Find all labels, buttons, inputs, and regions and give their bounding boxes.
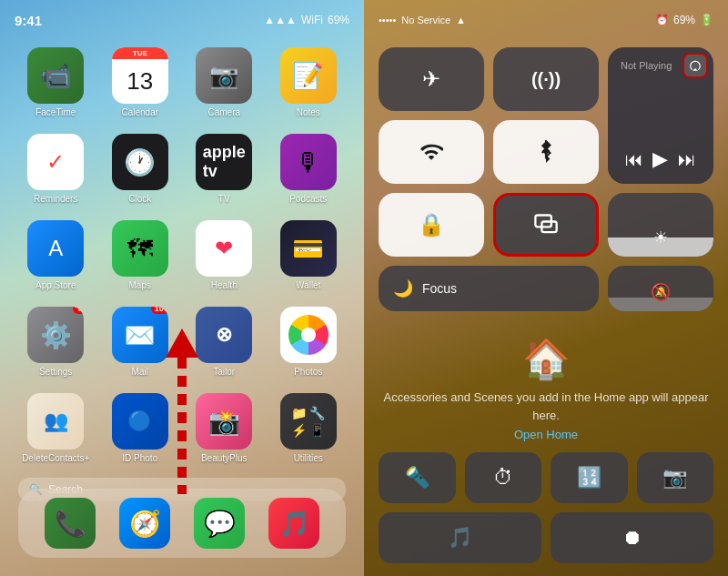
idphoto-label: ID Photo xyxy=(122,453,157,463)
mail-badge: 106 xyxy=(151,307,168,314)
wifi-icon: WiFi xyxy=(301,14,323,26)
status-bar-left: 9:41 ▲▲▲ WiFi 69% xyxy=(0,0,364,40)
open-home-link[interactable]: Open Home xyxy=(379,428,713,441)
screen-mirror-icon xyxy=(533,212,559,237)
camera-icon[interactable]: 📷 xyxy=(196,47,252,104)
airplay-button[interactable] xyxy=(682,53,708,78)
facetime-icon[interactable]: 📹 xyxy=(27,47,84,104)
app-deletecontacts[interactable]: 👥 DeleteContacts+ xyxy=(18,393,94,463)
signal-icon: ▲▲▲ xyxy=(264,14,297,26)
calculator-button[interactable]: 🔢 xyxy=(551,452,628,503)
tv-label: TV xyxy=(218,194,230,204)
dock-safari[interactable]: 🧭 xyxy=(119,498,170,549)
reminders-glyph: ✓ xyxy=(46,149,65,175)
notes-icon[interactable]: 📝 xyxy=(280,47,337,104)
camera-cc-button[interactable]: 📷 xyxy=(637,452,714,503)
timer-button[interactable]: ⏱ xyxy=(465,452,542,503)
flashlight-button[interactable]: 🔦 xyxy=(379,452,456,503)
settings-icon[interactable]: ⚙️ 3 xyxy=(27,307,84,363)
calendar-inner: TUE 13 xyxy=(112,47,168,104)
dock-phone[interactable]: 📞 xyxy=(45,498,96,549)
voice-memo-button[interactable]: ⏺ xyxy=(551,512,713,563)
cellular-button[interactable]: ((·)) xyxy=(493,47,599,111)
dock-music[interactable]: 🎵 xyxy=(268,498,319,549)
focus-moon-icon: 🌙 xyxy=(393,278,413,298)
phone-icon[interactable]: 📞 xyxy=(45,498,96,549)
app-clock[interactable]: 🕐 Clock xyxy=(103,134,178,204)
idphoto-icon[interactable]: 🔵 xyxy=(112,393,168,450)
bluetooth-icon xyxy=(537,140,555,164)
now-playing-header: Not Playing xyxy=(621,60,701,71)
bluetooth-button[interactable] xyxy=(493,120,599,184)
next-button[interactable]: ⏭ xyxy=(678,149,696,170)
app-wallet[interactable]: 💳 Wallet xyxy=(271,220,347,290)
shazam-button[interactable]: 🎵 xyxy=(379,512,541,563)
dock-messages[interactable]: 💬 xyxy=(194,498,245,549)
health-icon[interactable]: ❤ xyxy=(196,220,252,277)
podcasts-glyph: 🎙 xyxy=(296,147,321,177)
clock-icon[interactable]: 🕐 xyxy=(112,134,168,190)
app-facetime[interactable]: 📹 FaceTime xyxy=(18,47,94,117)
lock-rotation-button[interactable]: 🔒 xyxy=(379,193,484,257)
home-description: Accessories and Scenes you add in the Ho… xyxy=(379,389,713,424)
app-tv[interactable]: appletv TV xyxy=(187,134,262,204)
brightness-icon: ☀ xyxy=(653,227,668,248)
app-reminders[interactable]: ✓ Reminders xyxy=(18,134,94,204)
podcasts-icon[interactable]: 🎙 xyxy=(280,134,337,190)
wallet-icon[interactable]: 💳 xyxy=(280,220,337,277)
photos-label: Photos xyxy=(294,367,322,377)
maps-label: Maps xyxy=(129,280,151,290)
silent-icon: 🔕 xyxy=(651,282,671,302)
focus-button[interactable]: 🌙 Focus xyxy=(379,266,599,311)
reminders-icon[interactable]: ✓ xyxy=(27,134,84,190)
app-camera[interactable]: 📷 Camera xyxy=(187,47,262,117)
flashlight-icon: 🔦 xyxy=(405,466,430,490)
app-calendar[interactable]: TUE 13 Calendar xyxy=(103,47,178,117)
beautyplus-icon[interactable]: 📸 xyxy=(196,393,252,450)
appstore-label: App Store xyxy=(35,280,76,290)
app-settings[interactable]: ⚙️ 3 Settings xyxy=(18,307,94,377)
focus-label: Focus xyxy=(422,281,457,296)
tv-icon[interactable]: appletv xyxy=(196,134,252,190)
phone-glyph: 📞 xyxy=(55,509,86,539)
battery-percent: 69% xyxy=(673,14,695,26)
home-app-icon: 🏠 xyxy=(379,337,713,381)
mail-glyph: ✉️ xyxy=(124,320,156,350)
settings-label: Settings xyxy=(39,367,72,377)
app-utilities[interactable]: 📁🔧⚡📱 Utilities xyxy=(271,393,347,463)
home-section: 🏠 Accessories and Scenes you add in the … xyxy=(364,328,728,450)
idphoto-glyph: 🔵 xyxy=(127,409,152,433)
maps-icon[interactable]: 🗺 xyxy=(112,220,168,277)
deletecontacts-icon[interactable]: 👥 xyxy=(27,393,84,450)
calendar-icon[interactable]: TUE 13 xyxy=(112,47,168,104)
prev-button[interactable]: ⏮ xyxy=(625,149,643,170)
app-appstore[interactable]: A App Store xyxy=(18,220,94,290)
wifi-button[interactable] xyxy=(379,120,484,184)
status-right-icons: ⏰ 69% 🔋 xyxy=(655,14,713,26)
photos-icon[interactable] xyxy=(280,307,337,363)
messages-icon[interactable]: 💬 xyxy=(194,498,245,549)
wallet-glyph: 💳 xyxy=(292,234,324,264)
cellular-icon: ((·)) xyxy=(531,69,561,90)
screen-mirror-button[interactable] xyxy=(493,193,599,257)
app-health[interactable]: ❤ Health xyxy=(187,220,262,290)
health-label: Health xyxy=(211,280,238,290)
utilities-icon[interactable]: 📁🔧⚡📱 xyxy=(280,393,337,450)
app-photos[interactable]: Photos xyxy=(271,307,347,377)
app-notes[interactable]: 📝 Notes xyxy=(271,47,347,117)
safari-icon[interactable]: 🧭 xyxy=(119,498,170,549)
play-button[interactable]: ▶ xyxy=(652,147,668,171)
alarm-icon: ⏰ xyxy=(655,14,669,26)
appstore-icon[interactable]: A xyxy=(27,220,84,277)
app-maps[interactable]: 🗺 Maps xyxy=(103,220,178,290)
music-icon[interactable]: 🎵 xyxy=(268,498,319,549)
airplane-mode-button[interactable]: ✈ xyxy=(379,47,484,111)
control-center-panel: ••••• No Service ▲ ⏰ 69% 🔋 ✈ ((·)) Not P… xyxy=(364,0,728,576)
music-glyph: 🎵 xyxy=(278,509,310,539)
tailor-icon[interactable]: ⊗ xyxy=(196,307,252,363)
calculator-icon: 🔢 xyxy=(577,466,602,490)
app-podcasts[interactable]: 🎙 Podcasts xyxy=(271,134,347,204)
brightness-slider[interactable]: ☀ xyxy=(608,193,713,257)
mail-icon[interactable]: ✉️ 106 xyxy=(112,307,168,363)
silent-button[interactable]: 🔕 xyxy=(608,266,713,311)
